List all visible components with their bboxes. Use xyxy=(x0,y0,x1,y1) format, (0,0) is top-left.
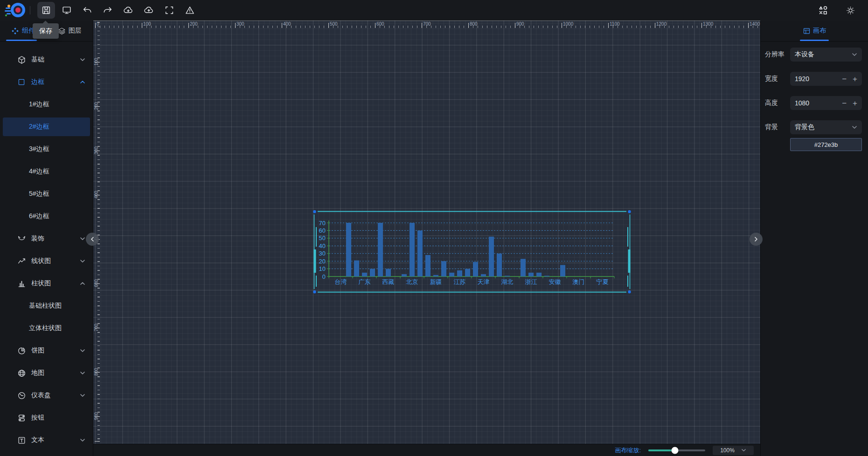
canvas-area: 0100200300400500600700800900100011001200… xyxy=(93,21,760,456)
chevron-right-icon xyxy=(753,236,759,242)
sidebar-item-line-charts[interactable]: 线状图 xyxy=(0,250,93,272)
sidebar-item-label: 按钮 xyxy=(31,414,44,422)
chevron-down-icon xyxy=(852,52,857,57)
background-type-value: 背景色 xyxy=(795,123,814,131)
width-increment-button[interactable]: + xyxy=(853,75,857,83)
chevron-down-icon xyxy=(741,448,746,453)
chevron-down-icon xyxy=(80,370,85,376)
background-color-picker[interactable]: #272e3b xyxy=(790,138,862,151)
sidebar-item-border-3[interactable]: 3#边框 xyxy=(0,138,93,160)
sidebar-item-decoration[interactable]: 装饰 xyxy=(0,228,93,250)
chevron-down-icon xyxy=(80,236,85,242)
chevron-down-icon xyxy=(852,124,857,130)
canvas-zoom-label: 画布缩放: xyxy=(615,446,641,455)
tab-layers-label: 图层 xyxy=(69,27,82,35)
h-ruler-label: 1100 xyxy=(610,21,620,27)
height-decrement-button[interactable]: − xyxy=(842,99,847,107)
chevron-up-icon xyxy=(80,79,85,85)
save-tooltip-label: 保存 xyxy=(39,27,52,35)
bar-chart: 010203040506070台湾广东西藏北京新疆江苏天津湖北浙江安徽澳门宁夏 xyxy=(319,220,614,286)
collapse-left-panel-button[interactable] xyxy=(86,233,99,246)
svg-text:0: 0 xyxy=(322,273,326,280)
theme-toggle-button[interactable] xyxy=(841,2,859,19)
sidebar-item-basic-bar[interactable]: 基础柱状图 xyxy=(0,295,93,317)
chevron-down-icon xyxy=(80,57,85,62)
fullscreen-icon xyxy=(164,5,174,15)
undo-button[interactable] xyxy=(78,2,96,19)
sidebar-item-gauges[interactable]: 仪表盘 xyxy=(0,384,93,407)
sidebar-item-label: 5#边框 xyxy=(29,190,49,198)
sidebar-item-label: 基础柱状图 xyxy=(29,302,62,310)
zoom-percent-select[interactable]: 100% xyxy=(713,446,754,455)
svg-text:浙江: 浙江 xyxy=(525,278,537,285)
active-tab-underline xyxy=(800,40,829,41)
sidebar-item-pie-charts[interactable]: 饼图 xyxy=(0,339,93,362)
resolution-row: 分辨率 本设备 xyxy=(765,48,862,62)
chevron-down-icon xyxy=(80,258,85,264)
components-shortcut-button[interactable] xyxy=(814,2,832,19)
svg-text:宁夏: 宁夏 xyxy=(597,278,609,285)
vertical-ruler: 100200300400500600700800900 xyxy=(93,21,100,444)
sidebar-item-label: 6#边框 xyxy=(29,212,49,221)
height-input[interactable] xyxy=(795,99,829,107)
h-ruler-label: 200 xyxy=(190,21,198,27)
button-icon xyxy=(17,413,26,422)
sidebar-item-label: 线状图 xyxy=(31,257,51,265)
save-button[interactable] xyxy=(37,2,55,19)
sidebar-item-label: 基础 xyxy=(31,55,44,64)
sidebar-item-base[interactable]: 基础 xyxy=(0,48,93,71)
tab-canvas-settings[interactable]: 画布 xyxy=(761,21,868,41)
height-increment-button[interactable]: + xyxy=(853,99,857,107)
sidebar-item-border-4[interactable]: 4#边框 xyxy=(0,160,93,183)
svg-text:江苏: 江苏 xyxy=(454,278,466,285)
h-ruler-label: 1400 xyxy=(750,21,760,27)
h-ruler-label: 400 xyxy=(283,21,291,27)
zoom-slider-thumb[interactable] xyxy=(672,447,679,454)
zoom-slider[interactable] xyxy=(648,449,705,451)
sidebar-item-border[interactable]: 边框 xyxy=(0,71,93,93)
width-input[interactable] xyxy=(795,75,829,83)
width-stepper: − + xyxy=(790,72,862,86)
chevron-down-icon xyxy=(80,437,85,443)
sidebar-item-3d-bar[interactable]: 立体柱状图 xyxy=(0,317,93,339)
sidebar-item-text[interactable]: 文本 xyxy=(0,429,93,451)
v-ruler-label: 300 xyxy=(94,144,99,158)
sidebar-item-border-1[interactable]: 1#边框 xyxy=(0,93,93,116)
v-ruler-label: 900 xyxy=(94,409,99,423)
svg-text:台湾: 台湾 xyxy=(335,278,347,285)
gauge-icon xyxy=(17,391,26,400)
sidebar-item-label: 饼图 xyxy=(31,346,44,355)
collapse-right-panel-button[interactable] xyxy=(750,233,763,246)
logo-yellow-dot xyxy=(7,5,10,7)
import-button[interactable] xyxy=(119,2,137,19)
chevron-down-icon xyxy=(80,348,85,353)
background-type-select[interactable]: 背景色 xyxy=(790,120,862,134)
sidebar-item-bar-charts[interactable]: 柱状图 xyxy=(0,272,93,295)
export-button[interactable] xyxy=(140,2,158,19)
sidebar-item-maps[interactable]: 地图 xyxy=(0,362,93,384)
sidebar-item-buttons[interactable]: 按钮 xyxy=(0,407,93,429)
v-ruler-label: 100 xyxy=(94,55,99,69)
redo-button[interactable] xyxy=(99,2,117,19)
fullscreen-button[interactable] xyxy=(160,2,178,19)
sidebar-item-border-6[interactable]: 6#边框 xyxy=(0,205,93,228)
background-color-row: #272e3b xyxy=(790,138,862,151)
width-decrement-button[interactable]: − xyxy=(842,75,847,83)
border-box-2-component[interactable]: 010203040506070台湾广东西藏北京新疆江苏天津湖北浙江安徽澳门宁夏 xyxy=(313,210,631,293)
chevron-up-icon xyxy=(80,281,85,286)
resolution-value: 本设备 xyxy=(795,50,814,59)
svg-text:新疆: 新疆 xyxy=(430,278,442,285)
hexagon-cube-icon xyxy=(17,55,26,64)
height-row: 高度 − + xyxy=(765,96,862,110)
sidebar: 组件 图层 基础 xyxy=(0,21,93,456)
preview-button[interactable] xyxy=(58,2,76,19)
sidebar-item-border-5[interactable]: 5#边框 xyxy=(0,183,93,205)
sidebar-item-border-2[interactable]: 2#边框 xyxy=(3,117,90,136)
layers-icon xyxy=(58,27,66,35)
height-stepper: − + xyxy=(790,96,862,110)
h-ruler-label: 1200 xyxy=(656,21,667,27)
sidebar-item-label: 3#边框 xyxy=(29,145,49,153)
app-logo-icon[interactable] xyxy=(5,2,25,19)
resolution-select[interactable]: 本设备 xyxy=(790,48,862,62)
issue-button[interactable] xyxy=(181,2,199,19)
